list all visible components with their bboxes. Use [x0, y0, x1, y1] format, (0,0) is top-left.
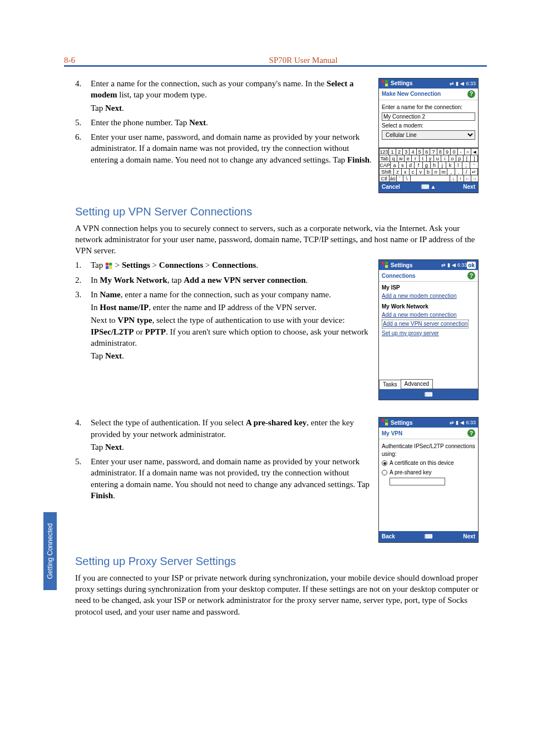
network-icon: ⇄ — [450, 419, 454, 426]
device-titlebar: Settings ⇄ ▮ ◀ 6:33 — [379, 78, 478, 89]
signal-icon: ▮ — [456, 419, 459, 426]
list-item: 3. In Name, enter a name for the connect… — [75, 289, 373, 362]
network-icon: ⇄ — [450, 80, 454, 87]
svg-rect-1 — [385, 80, 388, 83]
help-icon: ? — [467, 429, 475, 437]
section1-text: 4. Enter a name for the connection, such… — [75, 78, 373, 169]
signal-icon: ▮ — [447, 262, 450, 268]
list-item: 6. Enter your user name, password, and d… — [75, 131, 373, 165]
speaker-icon: ◀ — [460, 80, 464, 87]
soft-keyboard[interactable]: 1231234567890-=◄ Tabqwertyuiop[] CAPasdf… — [379, 148, 478, 181]
speaker-icon: ◀ — [452, 262, 456, 268]
svg-rect-0 — [382, 80, 385, 83]
device-screenshot-1: Settings ⇄ ▮ ◀ 6:33 Make New Connection?… — [378, 78, 479, 193]
cancel-button[interactable]: Cancel — [382, 183, 413, 191]
help-icon: ? — [467, 90, 475, 98]
section2-row1: 1. Tap > Settings > Connections > Connec… — [75, 259, 479, 400]
radio-preshared[interactable]: A pre-shared key — [382, 469, 475, 477]
svg-rect-4 — [106, 263, 109, 266]
svg-rect-8 — [382, 262, 385, 264]
device-body: My ISP Add a new modem connection My Wor… — [379, 282, 478, 357]
device-titlebar: Settings ⇄ ▮ ◀ 6:33 ok — [379, 260, 478, 270]
vpn-intro: A VPN connection helps you to securely c… — [75, 223, 479, 257]
svg-rect-3 — [385, 84, 388, 86]
next-button[interactable]: Next — [444, 533, 475, 541]
keyboard-toggle-icon[interactable]: ⌨ ▲ — [413, 183, 444, 191]
svg-rect-15 — [385, 423, 388, 425]
keyboard-toggle-icon[interactable]: ⌨ — [413, 533, 444, 541]
tab-advanced[interactable]: Advanced — [401, 379, 433, 389]
start-icon — [381, 80, 389, 87]
svg-rect-14 — [382, 423, 385, 425]
add-modem-link[interactable]: Add a new modem connection — [382, 311, 475, 319]
next-button[interactable]: Next — [444, 183, 475, 191]
device-titlebar: Settings ⇄ ▮ ◀ 6:33 — [379, 418, 478, 428]
speaker-icon: ◀ — [460, 419, 464, 426]
keyboard-toggle-icon[interactable]: ⌨ — [413, 391, 444, 399]
svg-rect-10 — [382, 265, 385, 268]
svg-rect-12 — [382, 419, 385, 422]
svg-rect-2 — [382, 84, 385, 86]
list-item: 4. Enter a name for the connection, such… — [75, 78, 373, 114]
device-subtitle: Connections? — [379, 270, 478, 282]
tabs: Tasks Advanced — [379, 379, 478, 389]
ok-button[interactable]: ok — [467, 262, 476, 269]
page-number: 8-6 — [64, 56, 120, 65]
list-item: 5. Enter the phone number. Tap Next. — [75, 117, 373, 128]
device-body: Enter a name for the connection: Select … — [379, 100, 478, 148]
preshared-key-input[interactable] — [390, 478, 445, 485]
proxy-body: If you are connected to your ISP or priv… — [75, 572, 479, 617]
svg-rect-9 — [385, 262, 388, 264]
start-icon — [105, 262, 113, 270]
heading-vpn: Setting up VPN Server Connections — [75, 204, 479, 219]
tab-tasks[interactable]: Tasks — [379, 380, 401, 389]
device-body: Authenticate IPSec/L2TP connections usin… — [379, 439, 478, 531]
section2-row2: 4. Select the type of authentication. If… — [75, 417, 479, 543]
svg-rect-7 — [109, 266, 112, 269]
device-screenshot-2: Settings ⇄ ▮ ◀ 6:33 ok Connections? My I… — [378, 259, 479, 400]
list-item: 2. In My Work Network, tap Add a new VPN… — [75, 274, 373, 286]
start-icon — [381, 419, 389, 426]
radio-certificate[interactable]: A certificate on this device — [382, 459, 475, 467]
device-subtitle: My VPN? — [379, 428, 478, 439]
back-button[interactable]: Back — [382, 533, 413, 541]
svg-rect-6 — [106, 266, 109, 269]
signal-icon: ▮ — [456, 80, 459, 87]
list-item: 5. Enter your user name, password, and d… — [75, 456, 373, 501]
add-vpn-link[interactable]: Add a new VPN server connection — [382, 320, 469, 328]
list-item: 4. Select the type of authentication. If… — [75, 417, 373, 453]
start-icon — [381, 261, 389, 269]
svg-rect-13 — [385, 419, 388, 422]
list-item: 1. Tap > Settings > Connections > Connec… — [75, 259, 373, 271]
add-modem-link[interactable]: Add a new modem connection — [382, 292, 475, 300]
section1-row: 4. Enter a name for the connection, such… — [75, 78, 479, 193]
svg-rect-11 — [385, 265, 388, 268]
device-softkeys: Cancel ⌨ ▲ Next — [379, 181, 478, 193]
proxy-link[interactable]: Set up my proxy server — [382, 330, 475, 337]
device-subtitle: Make New Connection? — [379, 89, 478, 100]
device-softkeys: Back ⌨ Next — [379, 531, 478, 542]
help-icon: ? — [467, 272, 475, 279]
heading-proxy: Setting up Proxy Server Settings — [75, 554, 479, 569]
page-header: 8-6 SP70R User Manual — [64, 56, 487, 67]
page-title: SP70R User Manual — [120, 56, 487, 65]
side-tab-label: Getting Connected — [43, 512, 57, 590]
svg-rect-5 — [109, 263, 112, 266]
page: 8-6 SP70R User Manual Getting Connected … — [0, 0, 552, 756]
connection-name-input[interactable] — [382, 112, 475, 121]
network-icon: ⇄ — [441, 262, 446, 268]
device-screenshot-3: Settings ⇄ ▮ ◀ 6:33 My VPN? Authenticate… — [378, 417, 479, 543]
content: 4. Enter a name for the connection, such… — [75, 78, 479, 617]
device-softkeys: ⌨ — [379, 389, 478, 400]
modem-select[interactable]: Cellular Line — [382, 130, 475, 140]
